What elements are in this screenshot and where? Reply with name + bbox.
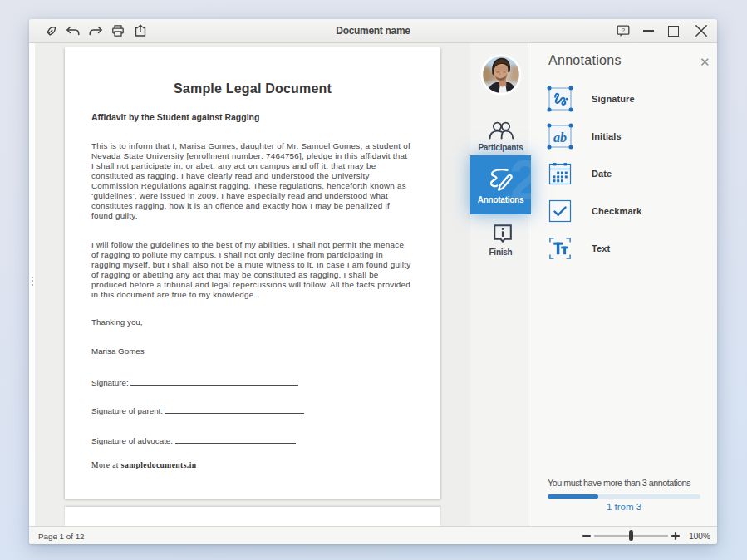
svg-text:ab: ab [553, 130, 567, 145]
svg-text:?: ? [622, 27, 625, 34]
